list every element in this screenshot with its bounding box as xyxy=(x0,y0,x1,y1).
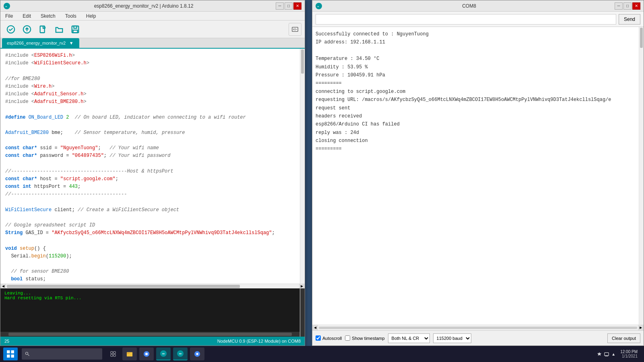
svg-rect-14 xyxy=(7,350,10,354)
serial-line-4: Temperature : 34.50 °C xyxy=(316,55,640,63)
arduino-window-controls: ─ □ ✕ xyxy=(276,2,301,10)
svg-point-29 xyxy=(196,353,198,355)
code-tab[interactable]: esp8266_energy_monitor_rv2 ▼ xyxy=(2,38,79,48)
code-scrollbar-horizontal[interactable]: ◀ ▶ xyxy=(0,284,305,288)
taskbar-chrome[interactable] xyxy=(139,348,154,360)
menu-file[interactable]: File xyxy=(4,12,14,20)
menu-edit[interactable]: Edit xyxy=(21,12,33,20)
serial-line-6: Pressure : 100459.91 hPa xyxy=(316,71,640,79)
taskbar-search[interactable] xyxy=(22,348,102,360)
com-window-controls: ─ □ ✕ xyxy=(615,2,640,10)
maximize-button[interactable]: □ xyxy=(285,2,293,10)
status-board-info: NodeMCU 0.9 (ESP-12 Module) on COM8 xyxy=(217,339,301,343)
svg-rect-30 xyxy=(605,353,609,356)
com-window-title: COM8 xyxy=(324,3,615,9)
svg-rect-20 xyxy=(111,352,113,354)
h-scroll-right[interactable]: ▶ xyxy=(638,325,644,331)
clear-output-button[interactable]: Clear output xyxy=(607,333,640,343)
svg-text:∞: ∞ xyxy=(317,4,319,7)
com-maximize-button[interactable]: □ xyxy=(623,2,632,10)
minimize-button[interactable]: ─ xyxy=(276,2,284,10)
svg-rect-22 xyxy=(111,354,113,356)
taskbar-arduino-2[interactable]: ∞ xyxy=(173,348,188,360)
status-line-number: 25 xyxy=(4,339,9,343)
taskbar-arduino[interactable]: ∞ xyxy=(156,348,171,360)
svg-rect-8 xyxy=(73,30,78,32)
svg-point-27 xyxy=(145,353,148,355)
arduino-logo-icon: ∞ xyxy=(4,3,10,9)
serial-line-2: IP address: 192.168.1.11 xyxy=(316,38,640,46)
tab-bar: esp8266_energy_monitor_rv2 ▼ xyxy=(0,38,305,49)
serial-line-7: ========= xyxy=(316,79,640,87)
task-view-button[interactable] xyxy=(106,348,120,360)
serial-line-12: esp8266/Arduino CI has failed xyxy=(316,120,640,128)
svg-rect-25 xyxy=(127,353,130,354)
timestamp-group: Show timestamp xyxy=(345,335,384,341)
svg-line-19 xyxy=(28,355,29,356)
svg-rect-17 xyxy=(11,355,14,358)
status-bar: 25 NodeMCU 0.9 (ESP-12 Module) on COM8 xyxy=(0,337,305,346)
console-line-2: Hard resetting via RTS pin... xyxy=(4,296,301,300)
timestamp-checkbox[interactable] xyxy=(345,335,350,341)
tab-label: esp8266_energy_monitor_rv2 xyxy=(7,41,66,45)
svg-rect-24 xyxy=(127,352,132,357)
com-minimize-button[interactable]: ─ xyxy=(615,2,623,10)
serial-scrollbar-h[interactable]: ◀ ▶ xyxy=(312,325,644,330)
menu-sketch[interactable]: Sketch xyxy=(39,12,57,20)
open-button[interactable] xyxy=(52,22,66,37)
taskbar-file-explorer[interactable] xyxy=(122,348,137,360)
new-button[interactable] xyxy=(36,22,50,37)
console-scrollbar[interactable] xyxy=(300,288,305,337)
svg-rect-16 xyxy=(7,355,10,358)
system-tray[interactable]: ▲ xyxy=(597,352,615,356)
save-button[interactable] xyxy=(68,22,83,37)
serial-footer: Autoscroll Show timestamp No line ending… xyxy=(312,330,644,346)
svg-rect-15 xyxy=(11,350,14,354)
code-content: #include <ESP8266WiFi.h> #include <WiFiC… xyxy=(0,49,305,284)
tab-dropdown-icon[interactable]: ▼ xyxy=(68,40,74,46)
verify-button[interactable] xyxy=(4,22,18,37)
serial-input-bar: Send xyxy=(312,12,644,27)
autoscroll-group: Autoscroll xyxy=(316,335,342,341)
console-scrollbar-h[interactable] xyxy=(0,332,300,337)
code-scrollbar-vertical[interactable] xyxy=(300,49,305,284)
scroll-left-button[interactable]: ◀ xyxy=(0,284,6,289)
line-ending-select[interactable]: No line ending Newline Carriage return B… xyxy=(388,333,430,343)
menu-help[interactable]: Help xyxy=(85,12,98,20)
serial-line-13: reply was : 24d xyxy=(316,129,640,137)
taskbar-extension[interactable] xyxy=(190,348,204,360)
serial-line-11: headers received xyxy=(316,112,640,120)
console-line-1: Leaving... xyxy=(4,291,301,296)
timestamp-label: Show timestamp xyxy=(352,336,384,341)
serial-monitor-button[interactable] xyxy=(289,23,301,36)
com-close-button[interactable]: ✕ xyxy=(632,2,640,10)
serial-line-1: Successfully connected to : NguyenTuong xyxy=(316,30,640,38)
svg-rect-23 xyxy=(114,354,116,356)
code-area: #include <ESP8266WiFi.h> #include <WiFiC… xyxy=(0,49,305,288)
com-window: ∞ COM8 ─ □ ✕ Send Successfully connected… xyxy=(312,0,644,346)
scroll-right-button[interactable]: ▶ xyxy=(299,284,305,289)
close-button[interactable]: ✕ xyxy=(293,2,301,10)
start-button[interactable] xyxy=(3,348,18,360)
serial-line-14: closing connection xyxy=(316,137,640,145)
code-scroll[interactable]: #include <ESP8266WiFi.h> #include <WiFiC… xyxy=(0,49,305,284)
h-scroll-left[interactable]: ◀ xyxy=(312,325,318,331)
serial-line-15: ========= xyxy=(316,145,640,153)
serial-line-9: requesting URL: /macros/s/AKfycbzSyQ45_o… xyxy=(316,96,640,104)
menu-tools[interactable]: Tools xyxy=(64,12,78,20)
serial-scrollbar-v[interactable] xyxy=(639,27,644,325)
serial-input-field[interactable] xyxy=(316,14,616,25)
arduino-window-title: esp8266_energy_monitor_rv2 | Arduino 1.8… xyxy=(12,3,276,9)
svg-point-18 xyxy=(26,352,28,355)
serial-output: Successfully connected to : NguyenTuong … xyxy=(312,27,644,325)
taskbar-right: ▲ 12:00 PM 1/1/2021 xyxy=(597,350,641,358)
serial-line-5: Humidity : 53.95 % xyxy=(316,63,640,71)
com-titlebar: ∞ COM8 ─ □ ✕ xyxy=(312,0,644,12)
arduino-titlebar: ∞ esp8266_energy_monitor_rv2 | Arduino 1… xyxy=(0,0,305,12)
baud-rate-select[interactable]: 300 baud 1200 baud 2400 baud 4800 baud 9… xyxy=(433,333,471,343)
toolbar-right xyxy=(289,23,301,36)
send-button[interactable]: Send xyxy=(619,14,640,25)
autoscroll-checkbox[interactable] xyxy=(316,335,321,341)
serial-line-3 xyxy=(316,47,640,55)
upload-button[interactable] xyxy=(20,22,34,37)
